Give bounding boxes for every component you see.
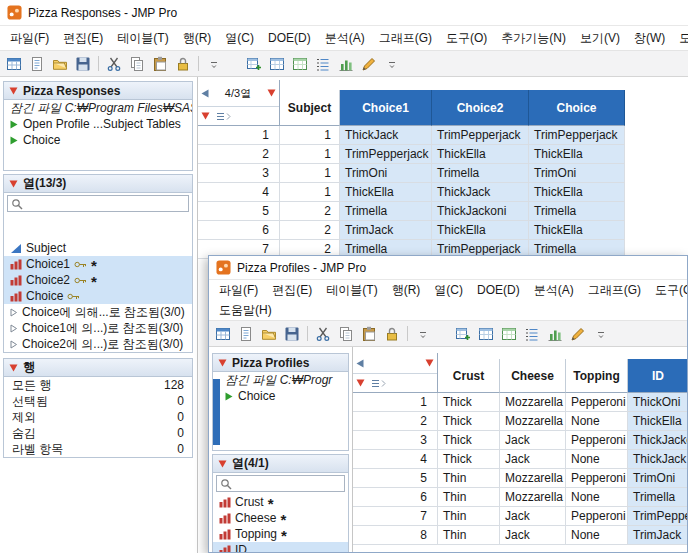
- column-search-input[interactable]: [26, 197, 185, 210]
- column-header-subject[interactable]: Subject: [280, 90, 340, 126]
- cell-cheese[interactable]: Jack: [500, 507, 566, 526]
- row-markers-icon[interactable]: [216, 111, 232, 122]
- row-number[interactable]: 1: [198, 126, 280, 145]
- toolbar-button[interactable]: [103, 53, 125, 74]
- stat-hidden[interactable]: 숨김 0: [4, 425, 192, 441]
- toolbar-button[interactable]: [235, 323, 257, 344]
- toolbar-button[interactable]: [544, 323, 566, 344]
- cell-crust[interactable]: Thick: [438, 412, 500, 431]
- cell-choice[interactable]: Trimella: [529, 202, 625, 221]
- row-number[interactable]: 7: [353, 507, 438, 526]
- stat-excluded[interactable]: 제외 0: [4, 409, 192, 425]
- cell-choice1[interactable]: ThickElla: [340, 183, 432, 202]
- cell-cheese[interactable]: Jack: [500, 450, 566, 469]
- cell-cheese[interactable]: Mozzarella: [500, 488, 566, 507]
- column-header-choice[interactable]: Choice: [529, 90, 625, 126]
- cell-choice2[interactable]: ThickElla: [432, 221, 529, 240]
- row-number[interactable]: 4: [198, 183, 280, 202]
- cell-topping[interactable]: None: [566, 488, 628, 507]
- cell-crust[interactable]: Thin: [438, 507, 500, 526]
- red-triangle-icon[interactable]: [356, 379, 365, 387]
- column-header-topping[interactable]: Topping: [566, 359, 628, 393]
- cell-choice2[interactable]: ThickJackoni: [432, 202, 529, 221]
- toolbar-button[interactable]: [72, 53, 94, 74]
- column-search-input[interactable]: [235, 477, 349, 490]
- toolbar-button[interactable]: [289, 53, 311, 74]
- menu-item[interactable]: 분석(A): [527, 280, 581, 300]
- cell-choice1[interactable]: TrimJack: [340, 221, 432, 240]
- menu-item[interactable]: 편집(E): [56, 27, 110, 50]
- cell-id[interactable]: Trimella: [628, 488, 687, 507]
- menu-item[interactable]: 도움말(H): [212, 300, 279, 320]
- toolbar-button[interactable]: [266, 53, 288, 74]
- menu-item[interactable]: 편집(E): [265, 280, 319, 300]
- toolbar-button[interactable]: [452, 323, 474, 344]
- red-triangle-icon[interactable]: [9, 87, 18, 95]
- cell-choice[interactable]: ThickElla: [529, 221, 625, 240]
- column-item-topping[interactable]: Topping *: [213, 526, 348, 542]
- toolbar-button[interactable]: [358, 53, 380, 74]
- toolbar-button[interactable]: [3, 53, 25, 74]
- cell-crust[interactable]: Thin: [438, 526, 500, 545]
- cell-choice[interactable]: ThickElla: [529, 183, 625, 202]
- toolbar-button[interactable]: [149, 53, 171, 74]
- menu-item[interactable]: 그래프(G): [372, 27, 439, 50]
- menu-item[interactable]: 열(C): [427, 280, 470, 300]
- cell-topping[interactable]: None: [566, 412, 628, 431]
- cell-crust[interactable]: Thick: [438, 431, 500, 450]
- row-number[interactable]: 4: [353, 450, 438, 469]
- left-triangle-icon[interactable]: [356, 359, 364, 368]
- column-header-crust[interactable]: Crust: [438, 359, 500, 393]
- red-triangle-icon[interactable]: [218, 460, 227, 468]
- column-group-choice1-ref[interactable]: Choice1에 의...)로 참조됨(3/0): [4, 320, 192, 336]
- cell-choice2[interactable]: ThickElla: [432, 145, 529, 164]
- columns-panel-header[interactable]: 열(4/1): [213, 455, 348, 473]
- row-number[interactable]: 5: [198, 202, 280, 221]
- column-group-choice-ref[interactable]: Choice에 의해...로 참조됨(3/0): [4, 304, 192, 320]
- cell-choice[interactable]: ThickElla: [529, 145, 625, 164]
- toolbar-button[interactable]: [335, 53, 357, 74]
- menu-item[interactable]: 파일(F): [212, 280, 265, 300]
- red-triangle-icon[interactable]: [425, 359, 434, 367]
- toolbar-button[interactable]: [412, 323, 434, 344]
- cell-choice[interactable]: TrimPepperjack: [529, 126, 625, 145]
- cell-id[interactable]: TrimJack: [628, 526, 687, 545]
- row-number[interactable]: 8: [353, 526, 438, 545]
- red-triangle-icon[interactable]: [201, 112, 210, 120]
- menu-item[interactable]: 도구(O): [439, 27, 494, 50]
- row-number[interactable]: 6: [198, 221, 280, 240]
- cell-choice2[interactable]: ThickJack: [432, 183, 529, 202]
- stat-selected[interactable]: 선택됨 0: [4, 393, 192, 409]
- column-header-cheese[interactable]: Cheese: [500, 359, 566, 393]
- disclosure-right-icon[interactable]: [10, 308, 18, 317]
- cell-subject[interactable]: 1: [280, 183, 340, 202]
- cell-id[interactable]: ThickOni: [628, 393, 687, 412]
- row-markers-icon[interactable]: [371, 378, 387, 389]
- toolbar-button[interactable]: [258, 323, 280, 344]
- cell-topping[interactable]: Pepperoni: [566, 393, 628, 412]
- menu-item[interactable]: 그래프(G): [581, 280, 648, 300]
- menu-item[interactable]: 분석(A): [318, 27, 372, 50]
- row-number[interactable]: 3: [353, 431, 438, 450]
- menu-item[interactable]: 열(C): [218, 27, 261, 50]
- toolbar-button[interactable]: [312, 323, 334, 344]
- cell-crust[interactable]: Thick: [438, 450, 500, 469]
- red-triangle-icon[interactable]: [267, 89, 276, 97]
- menu-item[interactable]: DOE(D): [470, 280, 527, 300]
- rows-panel-header[interactable]: 행: [4, 359, 192, 377]
- cell-cheese[interactable]: Mozzarella: [500, 393, 566, 412]
- red-triangle-icon[interactable]: [9, 364, 18, 372]
- table-panel-header[interactable]: Pizza Profiles: [213, 354, 348, 372]
- cell-topping[interactable]: Pepperoni: [566, 507, 628, 526]
- toolbar-button[interactable]: [335, 323, 357, 344]
- toolbar-button[interactable]: [475, 323, 497, 344]
- cell-subject[interactable]: 2: [280, 202, 340, 221]
- row-number[interactable]: 5: [353, 469, 438, 488]
- cell-choice1[interactable]: TrimOni: [340, 164, 432, 183]
- cell-cheese[interactable]: Mozzarella: [500, 469, 566, 488]
- columns-panel-header[interactable]: 열(13/3): [4, 175, 192, 193]
- table-panel-header[interactable]: Pizza Responses: [4, 82, 192, 100]
- stat-all-rows[interactable]: 모든 행 128: [4, 377, 192, 393]
- column-header-choice1[interactable]: Choice1: [340, 90, 432, 126]
- menu-item[interactable]: 테이블(T): [319, 280, 384, 300]
